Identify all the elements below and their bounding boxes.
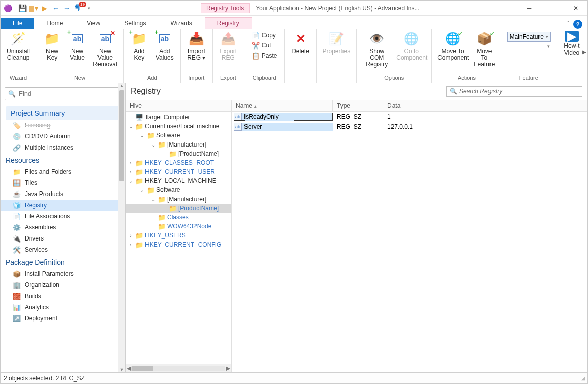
- nav-cd-dvd[interactable]: 💿CD/DVD Autorun: [1, 131, 125, 142]
- nav-header-pkgdef: Package Definition: [1, 255, 125, 268]
- main-area: 🔍 Project Summary 🏷️Licensing 💿CD/DVD Au…: [1, 83, 587, 372]
- app-icon: 🟣: [3, 3, 13, 13]
- nav-licensing[interactable]: 🏷️Licensing: [1, 121, 125, 131]
- feature-more-icon[interactable]: ▾: [505, 44, 553, 49]
- tab-wizards[interactable]: Wizards: [159, 18, 205, 29]
- tree-node[interactable]: 📁[ProductName]: [126, 149, 231, 158]
- tree-node[interactable]: ⌄📁HKEY_LOCAL_MACHINE: [126, 176, 231, 185]
- add-values-button[interactable]: ab+AddValues: [152, 30, 177, 62]
- tab-settings[interactable]: Settings: [112, 18, 158, 29]
- tree-node[interactable]: 🖥️Target Computer: [126, 113, 231, 122]
- tree-node[interactable]: ›📁HKEY_CLASSES_ROOT: [126, 158, 231, 167]
- nav-header-resources: Resources: [1, 153, 125, 166]
- registry-tree[interactable]: 🖥️Target Computer⌄📁Current user/Local ma…: [126, 112, 231, 364]
- cut-button[interactable]: ✂️Cut: [250, 41, 279, 50]
- tree-node[interactable]: ⌄📁Software: [126, 131, 231, 140]
- find-box[interactable]: 🔍: [5, 87, 121, 100]
- nav-services[interactable]: 🛠️Services: [1, 244, 125, 255]
- run-icon[interactable]: ▶: [39, 3, 50, 13]
- tree-node[interactable]: ›📁HKEY_CURRENT_CONFIG: [126, 240, 231, 249]
- back-icon[interactable]: ←: [51, 3, 61, 13]
- paste-button[interactable]: 📋Paste: [250, 51, 279, 60]
- grid-icon[interactable]: ▦▾: [28, 3, 38, 13]
- tree-node[interactable]: ⌄📁[Manufacturer]: [126, 195, 231, 204]
- window-title: Your Application - New Project (English …: [256, 5, 518, 12]
- nav-analytics[interactable]: 📊Analytics: [1, 302, 125, 313]
- tree-node[interactable]: ⌄📁Current user/Local machine: [126, 122, 231, 131]
- move-to-component-button[interactable]: 🌐↙Move ToComponent: [435, 30, 470, 62]
- left-scrollbar[interactable]: ▲ ▼: [118, 83, 125, 372]
- resize-grip-icon[interactable]: ◢: [581, 375, 584, 381]
- howto-video-button[interactable]: ▶How-tVideo: [559, 30, 584, 57]
- search-registry-input[interactable]: [459, 88, 579, 95]
- help-icon[interactable]: ?: [573, 20, 582, 29]
- tree-node[interactable]: ›📁HKEY_CURRENT_USER: [126, 167, 231, 176]
- value-row[interactable]: abIsReadyOnlyREG_SZ1: [232, 112, 587, 122]
- move-to-feature-button[interactable]: 📦↙Move ToFeature: [470, 30, 499, 69]
- tree-node[interactable]: 📁Classes: [126, 213, 231, 222]
- uninstall-cleanup-button[interactable]: 🪄UninstallCleanup: [4, 30, 33, 62]
- new-value-removal-button[interactable]: ab✕New ValueRemoval: [90, 30, 120, 69]
- add-key-button[interactable]: 📁+AddKey: [127, 30, 152, 62]
- forward-icon[interactable]: →: [62, 3, 72, 13]
- value-row[interactable]: abServerREG_SZ127.0.0.1: [232, 122, 587, 132]
- nav-project-summary[interactable]: Project Summary: [6, 106, 120, 120]
- nav-java-products[interactable]: ☕Java Products: [1, 188, 125, 200]
- maximize-button[interactable]: ☐: [541, 1, 564, 16]
- nav-install-params[interactable]: 📦Install Parameters: [1, 268, 125, 279]
- nav-registry[interactable]: 🧊Registry: [1, 200, 125, 211]
- nav-assemblies[interactable]: ⚙️Assemblies: [1, 222, 125, 233]
- nav-tiles[interactable]: 🪟Tiles: [1, 177, 125, 188]
- nav-files-folders[interactable]: 📁Files and Folders: [1, 166, 125, 177]
- page-title: Registry: [131, 87, 441, 96]
- ribbon: 🪄UninstallCleanup Wizard 📁NewKey ab+NewV…: [1, 29, 587, 83]
- contextual-tab-label: Registry Tools: [201, 3, 250, 13]
- new-value-button[interactable]: ab+NewValue: [65, 30, 90, 62]
- ribbon-overflow-icon[interactable]: ▶: [582, 49, 586, 55]
- window-controls: ─ ☐ ✕: [518, 1, 587, 16]
- copy-button[interactable]: 📄Copy: [250, 31, 279, 40]
- tree-node[interactable]: ⌄📁[Manufacturer]: [126, 140, 231, 149]
- col-name[interactable]: Name: [232, 100, 333, 111]
- nav-organization[interactable]: 🏢Organization: [1, 279, 125, 291]
- new-key-button[interactable]: 📁NewKey: [39, 30, 65, 62]
- col-data[interactable]: Data: [383, 100, 587, 111]
- find-input[interactable]: [19, 90, 118, 98]
- tree-node[interactable]: 📁WOW6432Node: [126, 222, 231, 231]
- nav-drivers[interactable]: 🔌Drivers: [1, 233, 125, 244]
- nav-builds[interactable]: 🧱Builds: [1, 291, 125, 302]
- delete-button[interactable]: ✕Delete: [288, 30, 313, 56]
- close-button[interactable]: ✕: [564, 1, 587, 16]
- search-registry-box[interactable]: 🔍: [446, 86, 582, 97]
- collapse-ribbon-icon[interactable]: ˆ: [567, 21, 569, 28]
- help-area: ˆ ?: [562, 20, 587, 29]
- tree-node[interactable]: ›📁HKEY_USERS: [126, 231, 231, 240]
- tab-home[interactable]: Home: [34, 18, 75, 29]
- search-icon: 🔍: [450, 88, 457, 95]
- col-type[interactable]: Type: [333, 100, 383, 111]
- tab-registry[interactable]: Registry: [205, 17, 252, 29]
- nav-file-associations[interactable]: 📄File Associations: [1, 211, 125, 222]
- status-bar: 2 objects selected. 2 REG_SZ ◢: [1, 372, 587, 383]
- search-icon: 🔍: [8, 90, 16, 98]
- content-area: Registry 🔍 Hive 🖥️Target Computer⌄📁Curre…: [126, 83, 587, 372]
- nav-deployment[interactable]: ↗️Deployment: [1, 313, 125, 324]
- hive-column-header[interactable]: Hive: [126, 100, 231, 112]
- properties-button: 📝Properties: [320, 30, 354, 56]
- tree-node[interactable]: ⌄📁Software: [126, 185, 231, 195]
- import-reg-button[interactable]: 📥ImportREG ▾: [184, 30, 209, 62]
- show-com-registry-button[interactable]: 👁️Show COMRegistry: [360, 30, 394, 69]
- save-icon[interactable]: 💾: [17, 3, 27, 13]
- feature-selector[interactable]: MainFeature▾: [507, 32, 551, 42]
- tab-view[interactable]: View: [75, 18, 112, 29]
- goto-component-button: 🌐Go toComponent: [394, 30, 428, 62]
- status-text: 2 objects selected. 2 REG_SZ: [4, 375, 85, 382]
- notifications-icon[interactable]: 🗐19: [73, 3, 83, 13]
- quick-access-toolbar: 🟣 💾 ▦▾ ▶ ← → 🗐19 ▾: [1, 3, 100, 13]
- tree-hscrollbar[interactable]: ◀▶: [126, 364, 231, 372]
- tree-node[interactable]: 📁[ProductName]: [126, 204, 231, 213]
- column-headers: Name Type Data: [232, 100, 587, 112]
- nav-multiple-instances[interactable]: 🔗Multiple Instances: [1, 142, 125, 153]
- tab-file[interactable]: File: [1, 18, 34, 29]
- minimize-button[interactable]: ─: [518, 1, 541, 16]
